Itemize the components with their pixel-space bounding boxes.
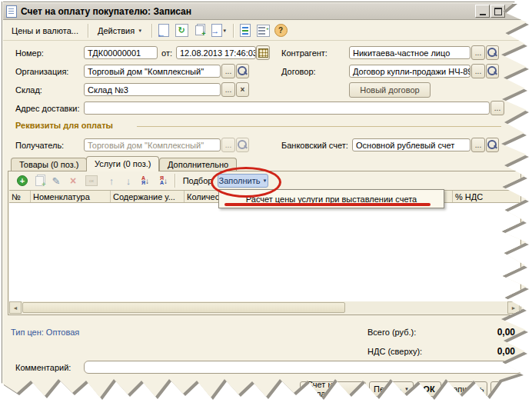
add-icon: + xyxy=(17,175,28,186)
price-type-link[interactable]: Тип цен: Оптовая xyxy=(11,328,79,337)
delivery-address-select-button[interactable]: ... xyxy=(490,101,504,115)
end-edit-button[interactable]: ок xyxy=(84,174,99,188)
copy-row-button[interactable]: + xyxy=(32,174,47,188)
copy-button[interactable]: + xyxy=(191,23,207,38)
horizontal-scrollbar[interactable]: ◄ ► xyxy=(9,301,520,314)
delivery-address-label: Адрес доставки: xyxy=(15,104,79,113)
annotation-underline xyxy=(224,203,431,206)
counterparty-label: Контрагент: xyxy=(281,48,328,58)
arrow-left-icon: ◄ xyxy=(13,305,18,311)
total-label: Всего (руб.): xyxy=(367,328,416,337)
actions-button[interactable]: Действия▼ xyxy=(92,23,148,38)
scroll-left-button[interactable]: ◄ xyxy=(9,301,22,314)
contract-field[interactable]: Договор купли-продажи НЧ-890 xyxy=(349,65,470,78)
move-up-button[interactable]: ↑ xyxy=(104,174,119,188)
total-value: 0,00 xyxy=(469,327,515,338)
counterparty-open-button[interactable] xyxy=(486,45,499,60)
bank-account-select-button[interactable]: ... xyxy=(471,138,485,152)
refresh-icon: ↻ xyxy=(175,24,188,37)
main-toolbar: Цены и валюта... Действия▼ ← ↻ + → ▼ xyxy=(3,21,529,41)
help-button[interactable]: ? xyxy=(273,23,288,38)
column-header-vat[interactable]: % НДС xyxy=(452,191,520,202)
reread-button[interactable]: ← xyxy=(156,23,171,38)
recipient-label: Получатель: xyxy=(15,141,64,150)
warehouse-field[interactable]: Склад №3 xyxy=(84,83,221,96)
copy-add-icon: + xyxy=(195,25,204,35)
recipient-field[interactable]: Торговый дом "Комплексный" xyxy=(84,138,221,151)
invoice-document-window: Счет на оплату покупателю: Записан Цены … xyxy=(2,2,529,403)
date-field[interactable]: 12.08.2013 17:46:03 xyxy=(176,46,256,59)
maximize-button[interactable] xyxy=(490,5,505,18)
chevron-down-icon: ▼ xyxy=(138,28,142,33)
structure-button[interactable] xyxy=(238,23,253,38)
organization-select-button[interactable]: ... xyxy=(221,64,235,78)
column-header-number[interactable]: № xyxy=(9,191,31,202)
bank-account-field[interactable]: Основной рублевый счет xyxy=(352,138,470,151)
warehouse-clear-button[interactable]: × xyxy=(236,82,249,97)
column-header-nomenclature[interactable]: Номенклатура xyxy=(31,191,111,202)
vat-label: НДС (сверху): xyxy=(367,347,422,356)
calendar-button[interactable] xyxy=(256,45,270,60)
edit-row-button[interactable]: ✎ xyxy=(48,174,64,188)
magnifier-icon xyxy=(487,140,497,149)
menu-item-calc-price[interactable]: Расчет цены услуги при выставлении счета xyxy=(246,195,417,204)
arrow-right-icon: ► xyxy=(511,305,517,311)
annotation-ellipse xyxy=(211,167,281,198)
edit-icon: ✎ xyxy=(52,175,61,187)
move-down-button[interactable]: ↓ xyxy=(121,174,136,188)
delivery-address-field[interactable] xyxy=(84,102,490,115)
help-icon: ? xyxy=(274,24,288,37)
goto-button[interactable]: → ▼ xyxy=(209,23,229,38)
bank-account-open-button[interactable] xyxy=(486,138,499,152)
date-from-label: от: xyxy=(161,48,172,58)
maximize-icon xyxy=(494,8,502,15)
number-field[interactable]: ТДК00000001 xyxy=(84,46,158,59)
list-settings-button[interactable]: + xyxy=(255,23,271,38)
comment-field[interactable] xyxy=(84,361,522,374)
minimize-button[interactable] xyxy=(475,5,490,18)
comment-label: Комментарий: xyxy=(15,363,71,372)
contract-open-button[interactable] xyxy=(486,64,499,78)
organization-open-button[interactable] xyxy=(236,64,249,78)
document-icon xyxy=(6,5,17,18)
delete-row-button[interactable]: × xyxy=(65,174,81,188)
tab-goods[interactable]: Товары (0 поз.) xyxy=(11,158,87,171)
calendar-icon xyxy=(258,48,268,58)
end-edit-icon: ок xyxy=(85,175,98,186)
minimize-icon xyxy=(480,14,486,15)
new-contract-button[interactable]: Новый договор xyxy=(349,82,431,98)
clear-icon: × xyxy=(241,85,245,94)
move-up-icon: ↑ xyxy=(109,175,115,187)
warehouse-select-button[interactable]: ... xyxy=(221,82,235,97)
magnifier-icon xyxy=(238,66,247,75)
counterparty-field[interactable]: Никитаева-частное лицо xyxy=(349,46,470,59)
table-body[interactable] xyxy=(9,203,520,302)
sort-asc-button[interactable]: АЯ ↓ xyxy=(138,174,153,188)
move-down-icon: ↓ xyxy=(126,175,131,187)
refresh-button[interactable]: ↻ xyxy=(174,23,189,38)
organization-field[interactable]: Торговый дом "Комплексный" xyxy=(84,65,221,78)
window-title: Счет на оплату покупателю: Записан xyxy=(21,6,191,17)
contract-label: Договор: xyxy=(281,67,316,76)
column-header-content[interactable]: Содержание у... xyxy=(111,191,185,202)
copy-icon: + xyxy=(35,176,44,186)
scrollbar-thumb[interactable] xyxy=(22,302,345,313)
vat-value: 0,00 xyxy=(469,346,515,357)
structure-icon xyxy=(240,24,251,37)
payment-section-title: Реквизиты для оплаты xyxy=(15,121,113,130)
warehouse-label: Склад: xyxy=(15,85,42,95)
prices-currency-button[interactable]: Цены и валюта... xyxy=(6,23,84,38)
counterparty-select-button[interactable]: ... xyxy=(471,45,485,60)
recipient-select-button[interactable]: ... xyxy=(221,138,235,152)
contract-select-button[interactable]: ... xyxy=(471,64,485,78)
title-bar: Счет на оплату покупателю: Записан xyxy=(3,3,529,20)
section-divider xyxy=(137,126,501,127)
add-row-button[interactable]: + xyxy=(15,174,30,188)
number-label: Номер: xyxy=(15,48,44,58)
tab-services[interactable]: Услуги (0 поз.) xyxy=(86,156,159,171)
recipient-open-button[interactable] xyxy=(236,138,249,152)
toolbar-separator xyxy=(88,24,88,38)
sort-desc-button[interactable]: ЯА ↓ xyxy=(156,174,171,188)
magnifier-icon xyxy=(487,48,497,57)
magnifier-icon xyxy=(487,66,497,75)
